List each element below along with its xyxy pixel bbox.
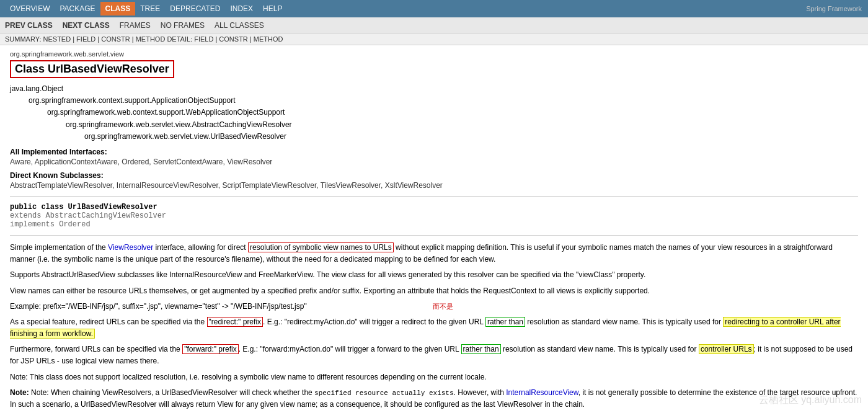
p5-middle1: . E.g.: "redirect:myAction.do" will trig… — [263, 318, 485, 326]
brand-label: Spring Framework — [806, 5, 862, 12]
p5-middle2: resolution as standard view name. This i… — [525, 318, 723, 326]
p8-middle: . However, with — [454, 388, 507, 397]
forward-prefix-highlight: "forward:" prefix — [182, 344, 239, 354]
description-p6: Furthermore, forward URLs can be specifi… — [10, 344, 858, 367]
rather-than-highlight-1: rather than — [485, 317, 525, 327]
hierarchy-level-3: org.springframework.web.servlet.view.Abs… — [66, 119, 858, 131]
hierarchy-level-4: org.springframework.web.servlet.view.Url… — [84, 131, 858, 143]
p8-mono: specified resource actually exists — [314, 389, 453, 397]
direct-known-section: Direct Known Subclasses: AbstractTemplat… — [10, 171, 858, 190]
description-p4: Example: prefix="/WEB-INF/jsp/", suffix=… — [10, 301, 858, 313]
all-implemented-title: All Implemented Interfaces: — [10, 148, 858, 156]
viewresolver-link[interactable]: ViewResolver — [108, 243, 153, 252]
hierarchy-level-2: org.springframework.web.context.support.… — [47, 107, 858, 118]
hierarchy-level-0: java.lang.Object — [10, 83, 858, 95]
p8-before: Note: When chaining ViewResolvers, a Url… — [31, 388, 314, 397]
nav-class[interactable]: CLASS — [100, 2, 136, 16]
main-content: org.springframework.web.servlet.view Cla… — [0, 45, 868, 413]
description-p8: Note: Note: When chaining ViewResolvers,… — [10, 387, 858, 411]
next-class-link[interactable]: NEXT CLASS — [63, 21, 110, 30]
desc-p1-before: Simple implementation of the — [10, 243, 108, 252]
desc-p1-middle: interface, allowing for direct — [153, 243, 248, 252]
class-declaration: public class UrlBasedViewResolver extend… — [10, 203, 858, 229]
nav-tree[interactable]: TREE — [135, 2, 165, 16]
nav-package[interactable]: PACKAGE — [55, 2, 100, 16]
direct-known-title: Direct Known Subclasses: — [10, 171, 858, 180]
rather-than-highlight-2: rather than — [461, 344, 501, 354]
description-p1: Simple implementation of the ViewResolve… — [10, 242, 858, 265]
prev-class-link[interactable]: PREV CLASS — [5, 21, 53, 30]
all-implemented-content: Aware, ApplicationContextAware, Ordered,… — [10, 158, 858, 166]
note-label: Note: — [10, 388, 31, 397]
internalresourceview-link[interactable]: InternalResourceView — [506, 388, 578, 397]
class-decl-line3: implements Ordered — [10, 220, 858, 229]
description-p2: Supports AbstractUrlBasedView subclasses… — [10, 269, 858, 281]
redirect-prefix-highlight: "redirect:" prefix — [207, 317, 264, 327]
highlight-view-names: resolution of symbolic view names to URL… — [248, 242, 394, 252]
description-p7: Note: This class does not support locali… — [10, 371, 858, 383]
top-navigation: OVERVIEW PACKAGE CLASS TREE DEPRECATED I… — [0, 0, 868, 17]
divider-2 — [10, 235, 858, 236]
hierarchy-level-1: org.springframework.context.support.Appl… — [29, 95, 858, 107]
p6-before: Furthermore, forward URLs can be specifi… — [10, 345, 182, 353]
nav-overview[interactable]: OVERVIEW — [5, 2, 55, 16]
class-hierarchy: java.lang.Object org.springframework.con… — [10, 83, 858, 143]
all-classes-link[interactable]: ALL CLASSES — [215, 21, 264, 30]
breadcrumb: org.springframework.web.servlet.view — [10, 50, 858, 58]
no-frames-link[interactable]: NO FRAMES — [161, 21, 205, 30]
nav-deprecated[interactable]: DEPRECATED — [165, 2, 225, 16]
summary-navigation: SUMMARY: NESTED | FIELD | CONSTR | METHO… — [0, 33, 868, 45]
p5-before: As a special feature, redirect URLs can … — [10, 318, 207, 326]
chinese-note: 而不是 — [433, 303, 453, 310]
direct-known-content: AbstractTemplateViewResolver, InternalRe… — [10, 181, 858, 190]
class-decl-line2: extends AbstractCachingViewResolver — [10, 211, 858, 220]
nav-index[interactable]: INDEX — [225, 2, 258, 16]
second-navigation: PREV CLASS NEXT CLASS FRAMES NO FRAMES A… — [0, 17, 868, 33]
description-p3: View names can either be resource URLs t… — [10, 285, 858, 297]
frames-link[interactable]: FRAMES — [120, 21, 151, 30]
divider-1 — [10, 196, 858, 197]
summary-nav-text: SUMMARY: NESTED | FIELD | CONSTR | METHO… — [5, 35, 283, 43]
all-implemented-section: All Implemented Interfaces: Aware, Appli… — [10, 148, 858, 166]
p6-middle1: . E.g.: "forward:myAction.do" will trigg… — [239, 345, 461, 353]
controller-urls-highlight: controller URLs — [699, 344, 754, 354]
class-title: Class UrlBasedViewResolver — [10, 60, 174, 78]
nav-help[interactable]: HELP — [258, 2, 287, 16]
description-p5: As a special feature, redirect URLs can … — [10, 316, 858, 340]
class-decl-line1: public class UrlBasedViewResolver — [10, 203, 858, 211]
p6-middle2: resolution as standard view name. This i… — [501, 345, 699, 353]
